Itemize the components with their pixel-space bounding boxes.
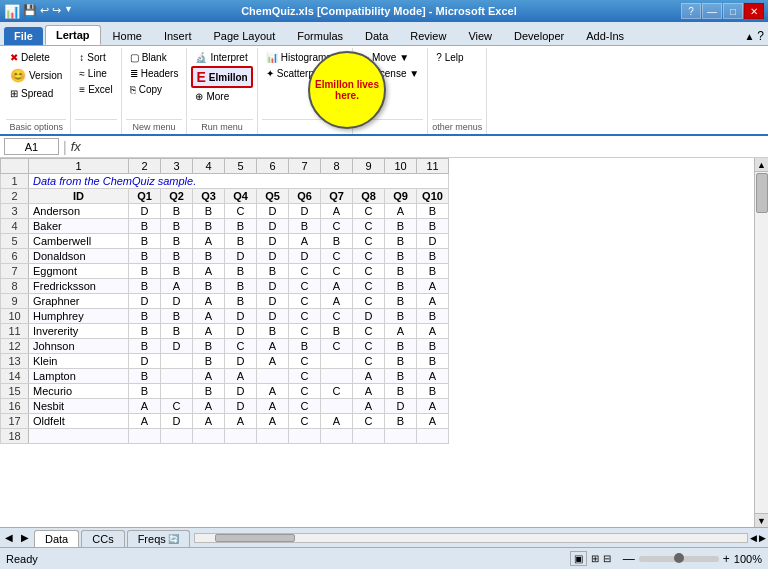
cell[interactable]: B [385, 264, 417, 279]
tab-lertap[interactable]: Lertap [45, 25, 101, 45]
cell[interactable]: B [193, 219, 225, 234]
cell[interactable]: B [417, 264, 449, 279]
sheet-nav-left[interactable]: ◀ [2, 532, 16, 543]
zoom-minus[interactable]: — [623, 552, 635, 566]
cell[interactable]: A [193, 369, 225, 384]
cell[interactable]: A [417, 414, 449, 429]
col-header-10[interactable]: 10 [385, 159, 417, 174]
cell[interactable]: A [257, 354, 289, 369]
cell[interactable]: B [225, 264, 257, 279]
cell[interactable]: D [225, 384, 257, 399]
cell[interactable]: A [225, 369, 257, 384]
cell[interactable]: B [257, 324, 289, 339]
cell[interactable]: C [353, 324, 385, 339]
cell[interactable]: C [225, 204, 257, 219]
tab-view[interactable]: View [458, 27, 502, 45]
cell[interactable]: B [417, 309, 449, 324]
row-number[interactable]: 4 [1, 219, 29, 234]
cell[interactable]: A [321, 294, 353, 309]
cell[interactable]: A [193, 399, 225, 414]
cell[interactable]: C [289, 399, 321, 414]
cell[interactable]: Q8 [353, 189, 385, 204]
tab-add-ins[interactable]: Add-Ins [576, 27, 634, 45]
cell[interactable]: D [289, 249, 321, 264]
close-btn[interactable]: ✕ [744, 3, 764, 19]
cell[interactable]: B [129, 369, 161, 384]
cell[interactable]: Q3 [193, 189, 225, 204]
cell[interactable]: D [257, 249, 289, 264]
scroll-thumb-h[interactable] [215, 534, 295, 542]
cell[interactable]: B [385, 369, 417, 384]
cell[interactable]: C [353, 249, 385, 264]
cell[interactable]: B [193, 204, 225, 219]
cell[interactable]: C [225, 339, 257, 354]
cell[interactable]: ID [29, 189, 129, 204]
cell[interactable]: C [289, 264, 321, 279]
cell[interactable]: Donaldson [29, 249, 129, 264]
cell[interactable]: B [385, 294, 417, 309]
cell[interactable]: Q2 [161, 189, 193, 204]
excel-button[interactable]: ≡ Excel [75, 82, 116, 97]
cell[interactable]: Humphrey [29, 309, 129, 324]
cell[interactable]: B [225, 294, 257, 309]
cell[interactable]: C [353, 414, 385, 429]
cell[interactable] [353, 429, 385, 444]
cell[interactable]: Lampton [29, 369, 129, 384]
cell[interactable]: A [129, 399, 161, 414]
cell[interactable]: D [257, 219, 289, 234]
row-number[interactable]: 5 [1, 234, 29, 249]
cell[interactable]: B [161, 324, 193, 339]
cell[interactable]: C [321, 264, 353, 279]
col-header-1[interactable]: 1 [29, 159, 129, 174]
cell[interactable]: C [353, 234, 385, 249]
cell[interactable]: A [257, 414, 289, 429]
cell[interactable]: A [353, 384, 385, 399]
tab-home[interactable]: Home [103, 27, 152, 45]
cell[interactable]: B [193, 339, 225, 354]
cell[interactable] [29, 429, 129, 444]
cell[interactable]: Fredricksson [29, 279, 129, 294]
more-button[interactable]: ⊕ More [191, 89, 252, 104]
minimize-btn[interactable]: — [702, 3, 722, 19]
cell[interactable]: B [129, 339, 161, 354]
zoom-slider[interactable] [639, 556, 719, 562]
row-number[interactable]: 9 [1, 294, 29, 309]
cell[interactable] [129, 429, 161, 444]
col-header-7[interactable]: 7 [289, 159, 321, 174]
cell[interactable]: A [193, 234, 225, 249]
formula-input[interactable] [85, 138, 764, 155]
cell[interactable]: B [225, 219, 257, 234]
cell[interactable] [161, 354, 193, 369]
cell[interactable]: A [193, 294, 225, 309]
tab-data[interactable]: Data [355, 27, 398, 45]
cell[interactable] [161, 429, 193, 444]
cell[interactable]: B [385, 354, 417, 369]
cell[interactable]: A [417, 279, 449, 294]
cell[interactable]: C [321, 339, 353, 354]
cell[interactable]: B [161, 309, 193, 324]
cell[interactable]: A [257, 384, 289, 399]
cell[interactable]: D [257, 279, 289, 294]
row-number[interactable]: 6 [1, 249, 29, 264]
cell[interactable]: D [225, 354, 257, 369]
tab-page-layout[interactable]: Page Layout [203, 27, 285, 45]
cell[interactable] [417, 429, 449, 444]
cell[interactable]: D [257, 294, 289, 309]
cell[interactable]: Data from the ChemQuiz sample. [29, 174, 449, 189]
row-number[interactable]: 12 [1, 339, 29, 354]
cell[interactable]: A [417, 399, 449, 414]
cell[interactable]: D [353, 309, 385, 324]
cell[interactable]: Eggmont [29, 264, 129, 279]
cell[interactable]: Invererity [29, 324, 129, 339]
cell[interactable]: C [289, 354, 321, 369]
cell[interactable]: B [225, 234, 257, 249]
cell[interactable]: B [385, 384, 417, 399]
quick-access-redo[interactable]: ↪ [52, 4, 61, 19]
cell[interactable]: D [161, 414, 193, 429]
tab-file[interactable]: File [4, 27, 43, 45]
cell[interactable]: B [385, 249, 417, 264]
page-layout-btn[interactable]: ⊞ [591, 553, 599, 564]
cell[interactable]: B [385, 414, 417, 429]
cell[interactable]: B [193, 249, 225, 264]
cell[interactable]: B [129, 234, 161, 249]
